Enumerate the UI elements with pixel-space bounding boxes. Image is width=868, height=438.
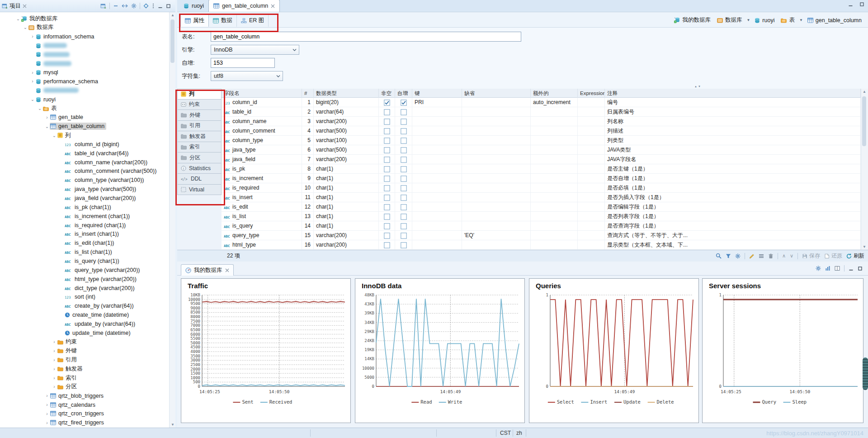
side-tab-列[interactable]: 列 bbox=[177, 89, 222, 100]
tree-item-ruoyi[interactable]: ⌄ruoyi bbox=[0, 95, 169, 104]
diamond-icon[interactable] bbox=[143, 3, 149, 9]
tree-item-update_time-datetime-[interactable]: update_time (datetime) bbox=[0, 328, 169, 338]
tree-item-information_schema[interactable]: ›information_schema bbox=[0, 32, 169, 41]
tab-close-icon[interactable] bbox=[271, 4, 275, 8]
grid-scrollbar[interactable]: ▲ ▼ bbox=[861, 89, 868, 250]
auto-increment-checkbox[interactable] bbox=[401, 166, 407, 172]
down-icon[interactable]: ∨ bbox=[790, 253, 793, 259]
grid-row-is_query[interactable]: ABCis_query14char(1)是否查询字段（1是） bbox=[222, 221, 861, 231]
form-collapse-handle[interactable]: ▲▼ bbox=[692, 85, 704, 89]
tree-item-is_insert-char-1-[interactable]: ABCis_insert (char(1)) bbox=[0, 229, 169, 238]
page-scrollbar-thumb[interactable] bbox=[863, 357, 868, 390]
tree-collapse-icon[interactable]: ⌄ bbox=[37, 106, 42, 111]
grid-row-column_id[interactable]: 123column_id1bigint(20)PRIauto_increment… bbox=[222, 98, 861, 107]
subtab-属性[interactable]: 属性 bbox=[180, 14, 209, 27]
tree-item-create_by-varchar-64-[interactable]: ABCcreate_by (varchar(64)) bbox=[0, 301, 169, 310]
tree-item-update_by-varchar-64-[interactable]: ABCupdate_by (varchar(64)) bbox=[0, 319, 169, 328]
layout-icon[interactable] bbox=[835, 266, 840, 271]
chart-icon[interactable] bbox=[825, 266, 830, 271]
tree-item-is_list-char-1-[interactable]: ABCis_list (char(1)) bbox=[0, 248, 169, 257]
column-header-1[interactable]: # bbox=[302, 89, 314, 98]
grid-row-column_name[interactable]: ABCcolumn_name3varchar(200)列名称 bbox=[222, 117, 861, 126]
listcols-icon[interactable] bbox=[759, 253, 764, 259]
max-icon[interactable] bbox=[166, 4, 171, 9]
side-tab-触发器[interactable]: 触发器 bbox=[177, 131, 222, 142]
tree-item-gen_table[interactable]: ›gen_table bbox=[0, 113, 169, 122]
auto-increment-checkbox[interactable] bbox=[401, 233, 407, 239]
auto-increment-checkbox[interactable] bbox=[401, 157, 407, 163]
auto-increment-checkbox[interactable] bbox=[401, 185, 407, 191]
tree-item--[interactable]: ›引用 bbox=[0, 355, 169, 364]
column-header-6[interactable]: 缺省 bbox=[462, 89, 531, 98]
breadcrumb-item--[interactable]: 数据库 bbox=[715, 15, 744, 25]
panelnew-icon[interactable]: + bbox=[100, 3, 106, 9]
tree-expand-icon[interactable]: › bbox=[52, 376, 57, 381]
tree-item-column_type-varchar-100-[interactable]: ABCcolumn_type (varchar(100)) bbox=[0, 176, 169, 185]
tree-item-gen_table_column[interactable]: ⌄gen_table_column bbox=[0, 122, 169, 131]
breadcrumb-dropdown-icon[interactable]: ▼ bbox=[799, 18, 803, 22]
tree-collapse-icon[interactable]: ⌄ bbox=[30, 97, 35, 102]
tree-collapse-icon[interactable]: ⌄ bbox=[23, 25, 28, 30]
window-maximize-icon[interactable] bbox=[859, 2, 864, 7]
auto-increment-checkbox[interactable] bbox=[401, 100, 407, 106]
editor-tab-ruoyi[interactable]: ruoyi bbox=[179, 0, 208, 12]
not-null-checkbox[interactable] bbox=[384, 185, 390, 191]
gear-icon[interactable] bbox=[735, 253, 741, 259]
side-tab-virtual[interactable]: Virtual bbox=[177, 185, 222, 195]
tree-item-qrtz_cron_triggers[interactable]: ›qrtz_cron_triggers bbox=[0, 409, 169, 418]
save-button[interactable]: 保存 bbox=[802, 252, 820, 260]
tree-item-performance_schema[interactable]: ›performance_schema bbox=[0, 77, 169, 86]
pencil-icon[interactable] bbox=[749, 253, 755, 259]
auto-increment-checkbox[interactable] bbox=[401, 119, 407, 125]
breadcrumb-item-gen_table_column[interactable]: gen_table_column bbox=[806, 16, 863, 24]
grid-row-column_type[interactable]: ABCcolumn_type5varchar(100)列类型 bbox=[222, 136, 861, 145]
side-tab-ddl[interactable]: </>DDL bbox=[177, 174, 222, 185]
tree-expand-icon[interactable]: › bbox=[44, 402, 50, 407]
refresh-button[interactable]: 刷新 bbox=[846, 252, 864, 260]
up-icon[interactable]: ∧ bbox=[782, 253, 786, 259]
not-null-checkbox[interactable] bbox=[384, 138, 390, 144]
tree-expand-icon[interactable]: › bbox=[52, 339, 57, 344]
side-tab-分区[interactable]: 分区 bbox=[177, 152, 222, 163]
project-panel-close-icon[interactable] bbox=[23, 4, 27, 8]
link-icon[interactable] bbox=[122, 3, 128, 9]
tree-item--[interactable]: ⌄我的数据库 bbox=[0, 14, 169, 23]
tree-item--[interactable]: ›外键 bbox=[0, 346, 169, 355]
breadcrumb-item-ruoyi[interactable]: ruoyi bbox=[753, 16, 776, 24]
search-icon[interactable] bbox=[716, 253, 722, 259]
grid-row-is_list[interactable]: ABCis_list13char(1)是否列表字段（1是） bbox=[222, 212, 861, 221]
tree-item-sort-int-[interactable]: 123sort (int) bbox=[0, 292, 169, 301]
side-tab-外键[interactable]: 外键 bbox=[177, 110, 222, 121]
tree-item-qrtz_calendars[interactable]: ›qrtz_calendars bbox=[0, 400, 169, 409]
tree-item-blurred[interactable] bbox=[0, 41, 169, 50]
auto-increment-input[interactable] bbox=[211, 58, 275, 68]
tree-item-mysql[interactable]: ›mysql bbox=[0, 68, 169, 77]
tree-item-create_time-datetime-[interactable]: create_time (datetime) bbox=[0, 310, 169, 319]
table-name-input[interactable] bbox=[211, 32, 521, 42]
grid-row-is_increment[interactable]: ABCis_increment9char(1)是否自增（1是） bbox=[222, 174, 861, 183]
grid-row-java_field[interactable]: ABCjava_field7varchar(200)JAVA字段名 bbox=[222, 155, 861, 164]
tree-item--[interactable]: ⌄表 bbox=[0, 104, 169, 113]
tree-item--[interactable]: ›约束 bbox=[0, 338, 169, 347]
tree-expand-icon[interactable]: › bbox=[30, 79, 35, 84]
not-null-checkbox[interactable] bbox=[384, 109, 390, 115]
tree-expand-icon[interactable]: › bbox=[44, 115, 50, 120]
tree-scroll-up-icon[interactable]: ▲ bbox=[170, 12, 176, 18]
tree-scroll-down-icon[interactable]: ▼ bbox=[170, 422, 176, 428]
subtab-数据[interactable]: 数据 bbox=[209, 14, 237, 27]
side-tab-引用[interactable]: 引用 bbox=[177, 121, 222, 132]
side-tab-约束[interactable]: 约束 bbox=[177, 100, 222, 110]
column-header-7[interactable]: 额外的 bbox=[531, 89, 578, 98]
tree-item-is_query-char-1-[interactable]: ABCis_query (char(1)) bbox=[0, 257, 169, 266]
tree-item--[interactable]: ›分区 bbox=[0, 382, 169, 391]
tree-item--[interactable]: ⌄列 bbox=[0, 131, 169, 140]
revert-button[interactable]: 还原 bbox=[824, 252, 842, 260]
grid-row-is_pk[interactable]: ABCis_pk8char(1)是否主键（1是） bbox=[222, 164, 861, 174]
not-null-checkbox[interactable] bbox=[384, 214, 390, 220]
tree-item--[interactable]: ⌄数据库 bbox=[0, 23, 169, 32]
engine-select[interactable]: InnoDB bbox=[211, 45, 299, 55]
grid-row-html_type[interactable]: ABChtml_type16varchar(200)显示类型（文本框、文本域、下… bbox=[222, 240, 861, 250]
dashboard-tab[interactable]: 我的数据库 bbox=[181, 264, 234, 276]
tree-item-column_id-bigint-[interactable]: 123column_id (bigint) bbox=[0, 140, 169, 149]
tree-item-is_increment-char-1-[interactable]: ABCis_increment (char(1)) bbox=[0, 212, 169, 221]
